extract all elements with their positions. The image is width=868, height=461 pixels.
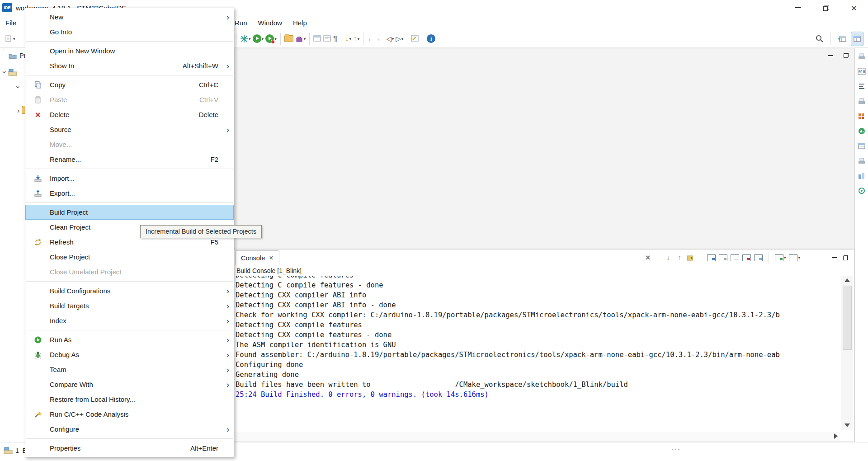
outline-view-icon[interactable] bbox=[857, 81, 867, 91]
scroll-lock-button[interactable] bbox=[687, 252, 695, 263]
close-tab-icon[interactable]: × bbox=[269, 254, 273, 262]
show-console-output-button[interactable] bbox=[707, 252, 716, 263]
menu-item-close-unrelated-project[interactable]: Close Unrelated Project bbox=[25, 264, 234, 279]
console-tab[interactable]: Console × bbox=[235, 250, 279, 265]
console-vertical-scrollbar[interactable] bbox=[841, 276, 853, 430]
search-button[interactable] bbox=[814, 32, 825, 46]
link-editor-button[interactable] bbox=[312, 32, 322, 46]
menu-item-run-as[interactable]: Run As› bbox=[25, 332, 234, 347]
menu-item-team[interactable]: Team› bbox=[25, 362, 234, 377]
next-message-button[interactable]: ↓ bbox=[664, 252, 672, 263]
editor-area[interactable] bbox=[232, 48, 854, 249]
tree-row-project[interactable]: › bbox=[4, 68, 17, 76]
menu-window[interactable]: Window bbox=[258, 19, 282, 27]
menu-item-index[interactable]: Index› bbox=[25, 313, 234, 328]
menu-item-build-targets[interactable]: Build Targets› bbox=[25, 298, 234, 313]
menu-item-restore-from-local-history[interactable]: Restore from Local History... bbox=[25, 392, 234, 407]
console-panel: Console × × ↓ ↑ ▾ ▾ bbox=[232, 249, 854, 442]
memory-view-icon[interactable]: 010 bbox=[857, 66, 867, 76]
menu-item-close-project[interactable]: Close Project bbox=[25, 249, 234, 264]
forward-history-button[interactable]: ▷ ▾ bbox=[395, 32, 404, 46]
menu-item-source[interactable]: Source› bbox=[25, 122, 234, 137]
target-view-icon[interactable] bbox=[857, 186, 867, 196]
scrollbar-thumb[interactable] bbox=[843, 286, 852, 350]
refresh-icon bbox=[32, 238, 44, 247]
run-button[interactable]: ▾ bbox=[252, 32, 265, 46]
previous-annotation-button[interactable]: ↑ ▾ bbox=[352, 32, 360, 46]
current-perspective-button[interactable] bbox=[851, 32, 863, 46]
tree-row-nested[interactable]: › bbox=[17, 83, 20, 91]
compare-view-icon[interactable] bbox=[857, 171, 867, 181]
display-selected-console-button[interactable]: ▾ bbox=[775, 252, 786, 263]
word-wrap-button[interactable] bbox=[731, 252, 739, 263]
profile-button[interactable]: ▾ bbox=[264, 32, 278, 46]
up-arrow-icon: ↑ bbox=[353, 34, 357, 43]
last-edit-location-button[interactable]: ← bbox=[366, 32, 376, 46]
blank-icon bbox=[32, 140, 44, 149]
debug-config-button[interactable]: ▾ bbox=[239, 32, 252, 46]
mark-occurrences-button[interactable] bbox=[410, 32, 420, 46]
menu-run[interactable]: Run bbox=[235, 19, 247, 27]
back-history-button[interactable]: ◁ ▾ bbox=[385, 32, 395, 46]
new-wizard-button[interactable]: ▾ bbox=[4, 32, 16, 46]
scroll-right-arrow-icon[interactable] bbox=[834, 433, 838, 439]
menu-item-configure[interactable]: Configure› bbox=[25, 422, 234, 437]
close-console-button[interactable] bbox=[742, 252, 751, 263]
restore-window-button[interactable] bbox=[812, 0, 840, 15]
menu-item-rename[interactable]: Rename...F2 bbox=[25, 152, 234, 167]
menu-item-go-into[interactable]: Go Into bbox=[25, 24, 234, 39]
menu-item-show-in[interactable]: Show InAlt+Shift+W› bbox=[25, 58, 234, 73]
previous-message-button[interactable]: ↑ bbox=[675, 252, 684, 263]
menu-item-compare-with[interactable]: Compare With› bbox=[25, 377, 234, 392]
menu-item-properties[interactable]: PropertiesAlt+Enter bbox=[25, 441, 234, 456]
toolbar-separator bbox=[423, 33, 423, 45]
menu-item-move[interactable]: Move... bbox=[25, 137, 234, 152]
io-registers-icon[interactable] bbox=[857, 111, 867, 121]
print-view-icon[interactable] bbox=[857, 96, 867, 106]
menu-item-label: Compare With bbox=[50, 381, 93, 388]
scroll-down-arrow-icon[interactable] bbox=[844, 423, 850, 427]
build-analyzer-icon[interactable] bbox=[857, 126, 867, 136]
menu-item-debug-as[interactable]: Debug As› bbox=[25, 347, 234, 362]
sash-gripper[interactable] bbox=[672, 449, 679, 450]
menu-item-build-configurations[interactable]: Build Configurations› bbox=[25, 283, 234, 298]
open-console-button[interactable]: ▾ bbox=[789, 252, 800, 263]
show-whitespace-button[interactable]: ¶ bbox=[332, 32, 338, 46]
information-button[interactable]: i bbox=[426, 32, 436, 46]
menu-item-new[interactable]: New› bbox=[25, 9, 234, 24]
scroll-up-arrow-icon[interactable] bbox=[844, 278, 850, 282]
minimize-console-button[interactable] bbox=[830, 252, 838, 263]
menu-help[interactable]: Help bbox=[293, 19, 307, 27]
menu-item-export[interactable]: Export... bbox=[25, 186, 234, 201]
stack-analyzer-icon[interactable] bbox=[857, 141, 867, 151]
pin-console-button[interactable] bbox=[754, 252, 763, 263]
menu-file[interactable]: File bbox=[5, 15, 16, 30]
remove-launch-button[interactable]: × bbox=[644, 252, 652, 263]
menu-item-delete[interactable]: ×DeleteDelete bbox=[25, 107, 234, 122]
external-tools-button[interactable]: ▾ bbox=[294, 32, 307, 46]
printer-icon[interactable] bbox=[857, 52, 867, 61]
toolbar-separator bbox=[309, 33, 310, 45]
minimize-window-button[interactable] bbox=[784, 0, 812, 15]
menu-item-run-code-analysis[interactable]: Run C/C++ Code Analysis bbox=[25, 407, 234, 422]
close-window-button[interactable]: × bbox=[840, 0, 868, 15]
maximize-view-icon[interactable] bbox=[844, 53, 849, 58]
open-perspective-button[interactable] bbox=[836, 32, 848, 46]
minimize-view-icon[interactable] bbox=[828, 55, 833, 56]
menu-item-paste[interactable]: PasteCtrl+V bbox=[25, 92, 234, 107]
menu-separator bbox=[26, 438, 233, 439]
console-shortcut-icon[interactable] bbox=[857, 156, 867, 166]
previous-edit-location-button[interactable]: ← bbox=[376, 32, 385, 46]
console-output[interactable]: Detecting C compile features Detecting C… bbox=[236, 276, 840, 432]
menu-item-import[interactable]: Import... bbox=[25, 171, 234, 186]
menu-item-open-in-new-window[interactable]: Open in New Window bbox=[25, 43, 234, 58]
editor-list-button[interactable] bbox=[322, 32, 332, 46]
open-file-button[interactable] bbox=[283, 32, 294, 46]
console-horizontal-scrollbar[interactable] bbox=[236, 432, 840, 441]
console-activity-button[interactable] bbox=[719, 252, 727, 263]
next-annotation-button[interactable]: ↓ ▾ bbox=[344, 32, 352, 46]
menu-item-copy[interactable]: CopyCtrl+C bbox=[25, 77, 234, 92]
menu-item-build-project[interactable]: Build Project bbox=[25, 205, 234, 220]
maximize-console-button[interactable] bbox=[841, 252, 849, 263]
selected-project-status[interactable]: 1_B bbox=[4, 447, 27, 454]
